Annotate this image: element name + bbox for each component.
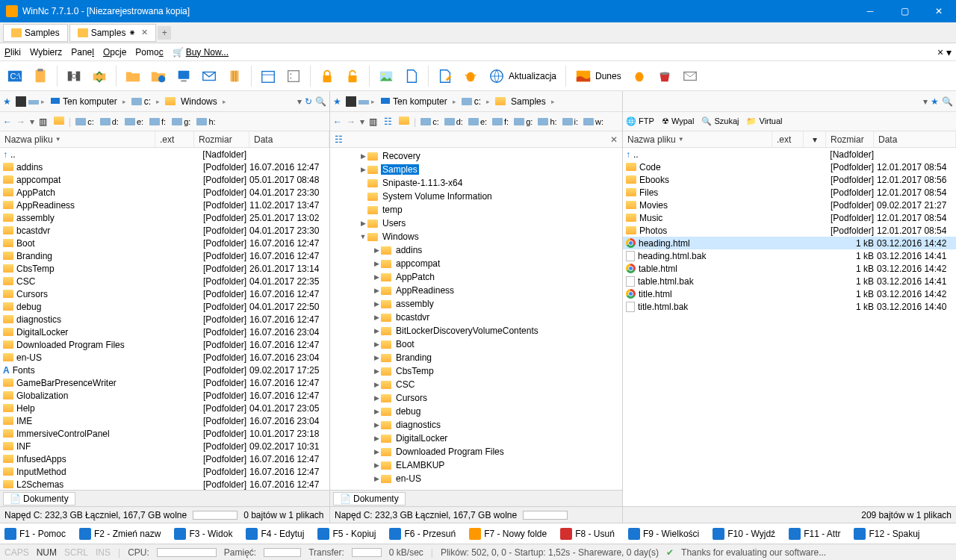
file-row[interactable]: debug[Podfolder]04.01.2017 22:50 xyxy=(0,300,329,313)
folder-tree[interactable]: ▶Recovery▶SamplesSnipaste-1.11.3-x64Syst… xyxy=(330,148,622,490)
col-size[interactable]: Rozmiar xyxy=(194,131,249,147)
maximize-button[interactable]: ▢ xyxy=(887,0,922,22)
left-filelist[interactable]: ↑..[Nadfolder]addins[Podfolder]16.07.201… xyxy=(0,148,329,490)
tree-node[interactable]: ▶Cursors xyxy=(330,391,622,405)
file-row[interactable]: Branding[Podfolder]16.07.2016 12:47 xyxy=(0,249,329,262)
drive-icon[interactable] xyxy=(28,96,39,107)
drive-f:[interactable]: f: xyxy=(492,117,509,126)
file-row[interactable]: bcastdvr[Podfolder]04.01.2017 23:30 xyxy=(0,224,329,237)
file-row[interactable]: Files[Podfolder]12.01.2017 08:54 xyxy=(623,186,956,199)
star-icon[interactable]: ★ xyxy=(333,96,344,107)
right-mini-tab[interactable]: 📄Dokumenty xyxy=(333,492,406,505)
tree-node[interactable]: ▶CbsTemp xyxy=(330,364,622,378)
bc-computer[interactable]: Ten komputer xyxy=(47,95,120,108)
file-row[interactable]: diagnostics[Podfolder]16.07.2016 12:47 xyxy=(0,313,329,326)
fkey-F3[interactable]: F3 - Widok xyxy=(174,528,232,540)
file-row[interactable]: Boot[Podfolder]16.07.2016 12:47 xyxy=(0,237,329,249)
compress-button[interactable] xyxy=(224,65,245,87)
file-row[interactable]: table.html1 kB03.12.2016 14:42 xyxy=(623,262,956,275)
net-virt[interactable]: 📁 Virtual xyxy=(746,116,782,126)
tree-node[interactable]: ▶Branding xyxy=(330,351,622,364)
drive-i:[interactable]: i: xyxy=(562,117,579,126)
file-row[interactable]: Cursors[Podfolder]16.07.2016 12:47 xyxy=(0,287,329,300)
menu-panel[interactable]: Panel xyxy=(71,47,94,57)
fkey-F1[interactable]: F1 - Pomoc xyxy=(4,528,66,540)
search-icon[interactable]: 🔍 xyxy=(315,96,326,107)
fkey-F2[interactable]: F2 - Zmień nazw xyxy=(79,528,161,540)
file-row[interactable]: AFonts[Podfolder]09.02.2017 17:25 xyxy=(0,364,329,376)
tree-node[interactable]: ▶addins xyxy=(330,243,622,257)
back-icon[interactable]: ← xyxy=(3,116,12,127)
col-name[interactable]: Nazwa pliku ▼ xyxy=(623,131,772,147)
file-row[interactable]: GameBarPresenceWriter[Podfolder]16.07.20… xyxy=(0,376,329,389)
fkey-F6[interactable]: F6 - Przesuń xyxy=(389,528,456,540)
star-icon[interactable]: ★ xyxy=(3,96,13,107)
col-date[interactable]: Data xyxy=(874,131,956,147)
star-icon[interactable]: ★ xyxy=(931,96,939,107)
file-row[interactable]: CbsTemp[Podfolder]26.01.2017 13:14 xyxy=(0,262,329,275)
tree-node[interactable]: ▶BitLockerDiscoveryVolumeContents xyxy=(330,324,622,337)
tab-samples-2[interactable]: Samples ⁕ ✕ xyxy=(69,24,157,42)
close-icon[interactable]: ✕ xyxy=(141,28,148,37)
file-row[interactable]: CSC[Podfolder]04.01.2017 22:35 xyxy=(0,275,329,287)
bc-folder[interactable]: Samples xyxy=(492,95,549,108)
tree-node[interactable]: System Volume Information xyxy=(330,190,622,203)
computer-button[interactable] xyxy=(173,65,194,87)
fkey-F10[interactable]: F10 - Wyjdź xyxy=(713,528,775,540)
minimize-button[interactable]: ─ xyxy=(853,0,887,22)
tree-node[interactable]: ▶Boot xyxy=(330,337,622,351)
bc-drive[interactable]: c: xyxy=(459,95,484,108)
tree-node[interactable]: ▶CSC xyxy=(330,378,622,391)
cmd-button[interactable]: C:\ xyxy=(4,65,25,87)
tree-node[interactable]: ▶Recovery xyxy=(330,149,622,163)
drive-w:[interactable]: w: xyxy=(583,117,603,126)
unlock-button[interactable] xyxy=(342,65,363,87)
file-row[interactable]: appcompat[Podfolder]05.01.2017 08:48 xyxy=(0,173,329,186)
drive-f:[interactable]: f: xyxy=(149,117,166,126)
bc-computer[interactable]: Ten komputer xyxy=(377,95,450,108)
panel-icon[interactable]: ▥ xyxy=(39,116,49,127)
drive-g:[interactable]: g: xyxy=(172,117,190,126)
file-row[interactable]: heading.html.bak1 kB03.12.2016 14:41 xyxy=(623,249,956,262)
properties-button[interactable] xyxy=(283,65,304,87)
drive-g:[interactable]: g: xyxy=(514,117,533,126)
tree-node[interactable]: ▶appcompat xyxy=(330,257,622,270)
menu-select[interactable]: Wybierz xyxy=(30,47,62,57)
file-row[interactable]: addins[Podfolder]16.07.2016 12:47 xyxy=(0,161,329,173)
find-button[interactable] xyxy=(63,65,84,87)
left-mini-tab[interactable]: 📄Dokumenty xyxy=(3,492,75,505)
file-row[interactable]: heading.html1 kB03.12.2016 14:42 xyxy=(623,237,956,249)
history-icon[interactable]: ▾ xyxy=(360,116,364,127)
drive-e:[interactable]: e: xyxy=(468,117,487,126)
file-row[interactable]: table.html.bak1 kB03.12.2016 14:41 xyxy=(623,275,956,287)
tree-node[interactable]: ▶DigitalLocker xyxy=(330,432,622,445)
file-row[interactable]: AppReadiness[Podfolder]11.02.2017 13:47 xyxy=(0,199,329,211)
file-row[interactable]: Movies[Podfolder]09.02.2017 21:27 xyxy=(623,199,956,211)
tree-node[interactable]: ▶Samples xyxy=(330,163,622,176)
col-size[interactable]: Rozmiar xyxy=(826,131,874,147)
tree-node[interactable]: ▶diagnostics xyxy=(330,418,622,432)
net-search[interactable]: 🔍 Szukaj xyxy=(701,116,739,126)
network-button[interactable] xyxy=(148,65,169,87)
file-row[interactable]: Music[Podfolder]12.01.2017 08:54 xyxy=(623,211,956,224)
panel-icon[interactable]: ▥ xyxy=(369,116,379,127)
tree-node[interactable]: ▶bcastdvr xyxy=(330,311,622,324)
new-tab-button[interactable]: + xyxy=(158,26,171,40)
tree-icon[interactable]: ☷ xyxy=(384,116,394,127)
menu-options[interactable]: Opcje xyxy=(103,47,126,57)
file-row[interactable]: ImmersiveControlPanel[Podfolder]10.01.20… xyxy=(0,427,329,440)
close-button[interactable]: ✕ xyxy=(922,0,956,22)
drive-c:[interactable]: c: xyxy=(420,117,439,126)
tree-node[interactable]: ▼Windows xyxy=(330,230,622,243)
cmd-icon[interactable] xyxy=(346,96,356,107)
tree-node[interactable]: ▶AppReadiness xyxy=(330,284,622,297)
net-ftp[interactable]: 🌐 FTP xyxy=(626,116,654,126)
drive-h:[interactable]: h: xyxy=(538,117,556,126)
net-nuke[interactable]: ☢ Wypal xyxy=(662,116,695,126)
edit-button[interactable] xyxy=(435,65,456,87)
tree-toggle-icon[interactable]: ☷ xyxy=(335,134,343,145)
right-filelist[interactable]: ↑..[Nadfolder]Code[Podfolder]12.01.2017 … xyxy=(623,148,956,490)
col-date[interactable]: Data xyxy=(249,131,329,147)
folder-button[interactable] xyxy=(122,65,143,87)
file-row[interactable]: InfusedApps[Podfolder]16.07.2016 12:47 xyxy=(0,452,329,465)
